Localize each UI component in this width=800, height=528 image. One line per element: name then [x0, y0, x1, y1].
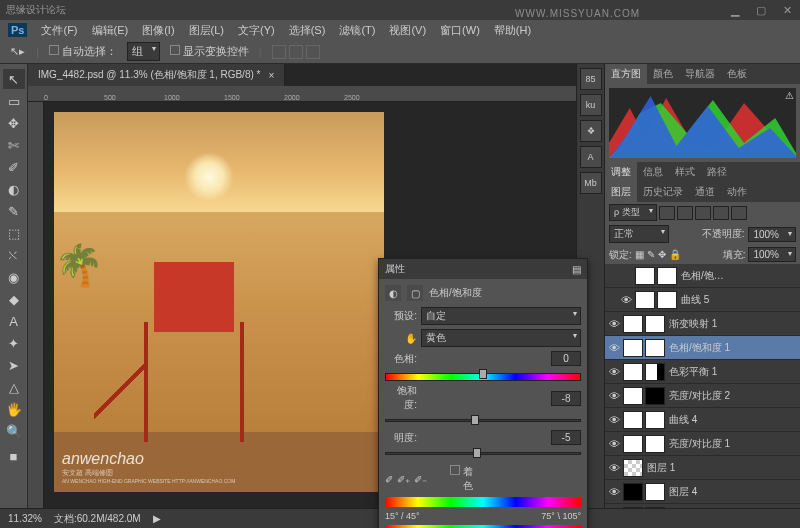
path-tool[interactable]: ➤ — [3, 355, 25, 375]
hand-tool[interactable]: 🖐 — [3, 399, 25, 419]
dock-icon-2[interactable]: ku — [580, 94, 602, 116]
menu-select[interactable]: 选择(S) — [289, 23, 326, 38]
tab-color[interactable]: 颜色 — [647, 64, 679, 84]
menu-file[interactable]: 文件(F) — [41, 23, 77, 38]
layer-name[interactable]: 色相/饱和度 1 — [667, 341, 798, 355]
light-input[interactable] — [551, 430, 581, 445]
layer-row[interactable]: 👁 色相/饱和度 1 — [605, 336, 800, 360]
ruler-horizontal[interactable]: 05001000150020002500 — [28, 86, 576, 102]
properties-tab[interactable]: 属性 — [385, 262, 405, 276]
properties-menu-icon[interactable]: ▤ — [572, 264, 581, 275]
layer-thumb[interactable] — [623, 435, 643, 453]
type-tool[interactable]: A — [3, 311, 25, 331]
tab-adjust[interactable]: 调整 — [605, 162, 637, 182]
status-arrow-icon[interactable]: ▶ — [153, 513, 161, 524]
layer-thumb[interactable] — [623, 411, 643, 429]
layer-thumb[interactable] — [623, 507, 643, 509]
eyedropper-icon[interactable]: ✐ — [385, 474, 393, 485]
align-icons[interactable] — [272, 45, 320, 59]
layer-row[interactable]: 👁 渐变映射 1 — [605, 312, 800, 336]
layer-row[interactable]: 👁 色彩平衡 1 — [605, 360, 800, 384]
layer-kind-dropdown[interactable]: ρ 类型 — [609, 204, 657, 221]
tab-actions[interactable]: 动作 — [721, 182, 753, 202]
menu-type[interactable]: 文字(Y) — [238, 23, 275, 38]
filter-adjust[interactable] — [677, 206, 693, 220]
layer-row[interactable]: 👁 曲线 5 — [605, 288, 800, 312]
menu-layer[interactable]: 图层(L) — [189, 23, 224, 38]
layer-row[interactable]: 👁 图层 4 — [605, 480, 800, 504]
tab-histogram[interactable]: 直方图 — [605, 64, 647, 84]
maximize-button[interactable]: ▢ — [754, 3, 768, 17]
layer-name[interactable]: 亮度/对比度 2 — [667, 389, 798, 403]
sat-slider[interactable] — [385, 416, 581, 426]
hue-slider[interactable] — [385, 370, 581, 380]
layer-mask-thumb[interactable] — [645, 363, 665, 381]
fill-input[interactable]: 100% — [748, 247, 796, 262]
dock-icon-3[interactable]: ❖ — [580, 120, 602, 142]
lock-transparency-icon[interactable]: ▦ — [635, 249, 644, 260]
close-button[interactable]: ✕ — [780, 3, 794, 17]
lasso-tool[interactable]: ✥ — [3, 113, 25, 133]
shape-tool[interactable]: △ — [3, 377, 25, 397]
menu-filter[interactable]: 滤镜(T) — [339, 23, 375, 38]
eyedropper-tool[interactable]: ✐ — [3, 157, 25, 177]
lock-pixels-icon[interactable]: ✎ — [647, 249, 655, 260]
layer-thumb[interactable] — [623, 339, 643, 357]
layer-thumb[interactable] — [623, 483, 643, 501]
tab-paths[interactable]: 路径 — [701, 162, 733, 182]
hand-icon[interactable]: ✋ — [385, 333, 417, 344]
color-range-dropdown[interactable]: 黄色 — [421, 329, 581, 347]
layer-visibility-icon[interactable]: 👁 — [607, 486, 621, 498]
sat-input[interactable] — [551, 391, 581, 406]
layer-visibility-icon[interactable]: 👁 — [607, 318, 621, 330]
menu-window[interactable]: 窗口(W) — [440, 23, 480, 38]
gradient-tool[interactable]: ◉ — [3, 267, 25, 287]
tab-layers[interactable]: 图层 — [605, 182, 637, 202]
layer-thumb[interactable] — [623, 459, 643, 477]
layer-mask-thumb[interactable] — [645, 411, 665, 429]
blur-tool[interactable]: ◆ — [3, 289, 25, 309]
doc-size[interactable]: 文档:60.2M/482.0M — [54, 512, 141, 526]
layer-mask-thumb[interactable] — [657, 267, 677, 285]
layer-name[interactable]: 色相/饱… — [679, 269, 798, 283]
brush-tool[interactable]: ✎ — [3, 201, 25, 221]
layer-name[interactable]: 曲线 5 — [679, 293, 798, 307]
layer-visibility-icon[interactable]: 👁 — [619, 294, 633, 306]
menu-edit[interactable]: 编辑(E) — [92, 23, 129, 38]
preset-dropdown[interactable]: 自定 — [421, 307, 581, 325]
dock-icon-5[interactable]: Mb — [580, 172, 602, 194]
layer-row[interactable]: 👁 曲线 1 — [605, 504, 800, 508]
layer-name[interactable]: 色彩平衡 1 — [667, 365, 798, 379]
opacity-input[interactable]: 100% — [748, 227, 796, 242]
layer-mask-thumb[interactable] — [645, 435, 665, 453]
doc-tab-close[interactable]: × — [268, 70, 274, 81]
layer-visibility-icon[interactable]: 👁 — [607, 438, 621, 450]
layer-thumb[interactable] — [623, 315, 643, 333]
filter-smart[interactable] — [731, 206, 747, 220]
colorize-option[interactable]: 着色 — [441, 465, 473, 493]
layer-name[interactable]: 渐变映射 1 — [667, 317, 798, 331]
auto-select-option[interactable]: 自动选择： — [49, 44, 117, 59]
layer-thumb[interactable] — [623, 387, 643, 405]
layer-row[interactable]: 👁 亮度/对比度 2 — [605, 384, 800, 408]
layer-thumb[interactable] — [623, 363, 643, 381]
minimize-button[interactable]: ▁ — [728, 3, 742, 17]
layer-name[interactable]: 图层 1 — [645, 461, 798, 475]
marquee-tool[interactable]: ▭ — [3, 91, 25, 111]
layer-name[interactable]: 图层 4 — [667, 485, 798, 499]
layer-mask-thumb[interactable] — [645, 507, 665, 509]
layer-row[interactable]: 👁 亮度/对比度 1 — [605, 432, 800, 456]
zoom-level[interactable]: 11.32% — [8, 513, 42, 524]
properties-panel[interactable]: 属性 ▤ ◐ ▢ 色相/饱和度 预设: 自定 ✋ 黄色 色相: 饱和度: — [378, 258, 588, 528]
tab-history[interactable]: 历史记录 — [637, 182, 689, 202]
layer-thumb[interactable] — [635, 267, 655, 285]
layers-list[interactable]: 色相/饱…👁 曲线 5👁 渐变映射 1👁 色相/饱和度 1👁 色彩平衡 1👁 亮… — [605, 264, 800, 508]
document-tab[interactable]: IMG_4482.psd @ 11.3% (色相/饱和度 1, RGB/8) *… — [28, 64, 285, 86]
eraser-tool[interactable]: ⛌ — [3, 245, 25, 265]
layer-name[interactable]: 曲线 4 — [667, 413, 798, 427]
layer-mask-thumb[interactable] — [645, 339, 665, 357]
zoom-tool[interactable]: 🔍 — [3, 421, 25, 441]
layer-name[interactable]: 亮度/对比度 1 — [667, 437, 798, 451]
layer-visibility-icon[interactable]: 👁 — [607, 366, 621, 378]
eyedropper-add-icon[interactable]: ✐₊ — [397, 474, 410, 485]
